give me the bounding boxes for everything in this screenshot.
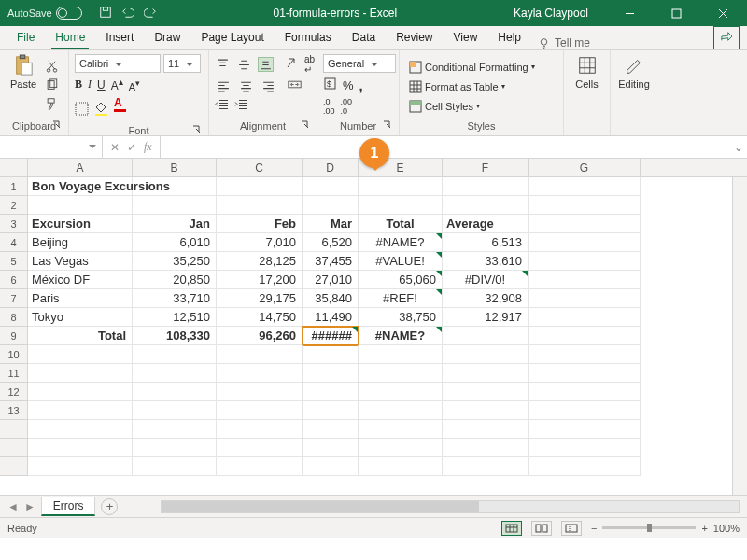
cell[interactable]: 33,710 <box>133 289 217 308</box>
cell[interactable]: 17,200 <box>217 271 303 289</box>
cell[interactable] <box>443 439 529 457</box>
tab-help[interactable]: Help <box>488 26 530 49</box>
decrease-font-icon[interactable]: A▾ <box>129 77 140 92</box>
cut-icon[interactable] <box>45 60 59 76</box>
cell[interactable]: Total <box>28 327 133 345</box>
decrease-indent-icon[interactable] <box>215 97 229 114</box>
cell[interactable]: 12,917 <box>443 308 529 327</box>
cell[interactable] <box>303 439 359 457</box>
sheet-nav-prev-icon[interactable]: ◄ <box>7 500 19 513</box>
cell[interactable] <box>133 345 217 364</box>
save-icon[interactable] <box>99 6 112 21</box>
tab-page-layout[interactable]: Page Layout <box>191 26 273 49</box>
dialog-launcher-icon[interactable] <box>51 120 63 132</box>
cell[interactable] <box>529 289 641 308</box>
cell[interactable]: Excursion <box>28 215 133 233</box>
cell[interactable]: Tokyo <box>28 308 133 327</box>
dialog-launcher-icon[interactable] <box>191 125 203 136</box>
cell[interactable] <box>529 420 641 439</box>
underline-button[interactable]: U <box>97 78 106 91</box>
tab-home[interactable]: Home <box>46 26 94 49</box>
number-format-select[interactable]: General <box>323 54 396 73</box>
font-color-icon[interactable]: A <box>114 96 128 123</box>
cell[interactable]: 12,510 <box>133 308 217 327</box>
cell[interactable]: Paris <box>28 289 133 308</box>
cell[interactable] <box>217 196 303 215</box>
tab-view[interactable]: View <box>444 26 487 49</box>
cell[interactable] <box>359 420 443 439</box>
bold-button[interactable]: B <box>75 77 82 91</box>
col-header-F[interactable]: F <box>443 159 529 176</box>
row-header[interactable]: 1 <box>0 177 28 196</box>
cell[interactable]: Mar <box>303 215 359 233</box>
cell[interactable]: 38,750 <box>359 308 443 327</box>
cell[interactable]: 35,840 <box>303 289 359 308</box>
wrap-text-icon[interactable]: ab↵ <box>304 54 315 75</box>
row-header[interactable]: 5 <box>0 252 28 271</box>
conditional-formatting-button[interactable]: Conditional Formatting▾ <box>405 59 557 76</box>
cell[interactable] <box>359 401 443 420</box>
cell[interactable] <box>443 420 529 439</box>
cell[interactable] <box>217 457 303 476</box>
cell[interactable]: 27,010 <box>303 271 359 289</box>
cell[interactable] <box>28 457 133 476</box>
cell[interactable] <box>303 196 359 215</box>
vertical-scrollbar[interactable] <box>732 177 747 495</box>
sheet-nav-next-icon[interactable]: ► <box>24 500 35 513</box>
increase-decimal-icon[interactable]: .0.00 <box>323 97 335 116</box>
cell[interactable] <box>359 196 443 215</box>
maximize-button[interactable] <box>655 0 697 26</box>
cell[interactable]: 6,513 <box>443 233 529 252</box>
cell[interactable]: 11,490 <box>303 308 359 327</box>
cell[interactable] <box>359 457 443 476</box>
paste-button[interactable]: Paste <box>6 54 41 119</box>
align-bottom-icon[interactable] <box>258 57 274 72</box>
autosave-toggle[interactable]: AutoSave <box>7 7 82 20</box>
decrease-decimal-icon[interactable]: .00.0 <box>341 97 353 116</box>
cell[interactable] <box>28 439 133 457</box>
row-header[interactable]: 10 <box>0 345 28 364</box>
redo-icon[interactable] <box>144 6 157 21</box>
undo-icon[interactable] <box>121 6 134 21</box>
cell[interactable] <box>529 327 641 345</box>
format-painter-icon[interactable] <box>45 97 59 113</box>
user-name[interactable]: Kayla Claypool <box>514 7 588 20</box>
cell[interactable] <box>133 196 217 215</box>
cell[interactable] <box>303 177 359 196</box>
col-header-C[interactable]: C <box>217 159 303 176</box>
enter-formula-icon[interactable]: ✓ <box>127 141 136 154</box>
font-name-select[interactable]: Calibri <box>75 54 161 73</box>
comma-format-icon[interactable]: , <box>359 77 363 93</box>
cell[interactable] <box>529 364 641 383</box>
tab-insert[interactable]: Insert <box>96 26 143 49</box>
page-break-view-button[interactable] <box>561 521 582 536</box>
fx-icon[interactable]: fx <box>144 140 152 154</box>
cell[interactable] <box>443 383 529 401</box>
cell[interactable] <box>443 177 529 196</box>
spreadsheet-grid[interactable]: ABCDEFG 1Bon Voyage Excursions23Excursio… <box>0 159 747 495</box>
merge-center-icon[interactable] <box>288 77 302 94</box>
cell[interactable]: 33,610 <box>443 252 529 271</box>
cell[interactable] <box>303 383 359 401</box>
cell[interactable] <box>133 439 217 457</box>
cell[interactable] <box>529 196 641 215</box>
cell[interactable] <box>133 457 217 476</box>
copy-icon[interactable] <box>45 78 59 94</box>
cell[interactable] <box>359 345 443 364</box>
cell[interactable] <box>359 177 443 196</box>
cell[interactable]: 14,750 <box>217 308 303 327</box>
row-header[interactable]: 11 <box>0 364 28 383</box>
cell[interactable] <box>529 383 641 401</box>
fill-color-icon[interactable] <box>94 102 108 119</box>
cell[interactable] <box>303 420 359 439</box>
cell[interactable] <box>529 439 641 457</box>
cell[interactable] <box>443 457 529 476</box>
italic-button[interactable]: I <box>88 77 92 91</box>
cell[interactable]: #VALUE! <box>359 252 443 271</box>
format-as-table-button[interactable]: Format as Table▾ <box>405 78 557 95</box>
cell[interactable]: Las Vegas <box>28 252 133 271</box>
cell[interactable] <box>133 383 217 401</box>
cell[interactable]: 29,175 <box>217 289 303 308</box>
cell[interactable] <box>217 345 303 364</box>
cell[interactable]: 6,010 <box>133 233 217 252</box>
